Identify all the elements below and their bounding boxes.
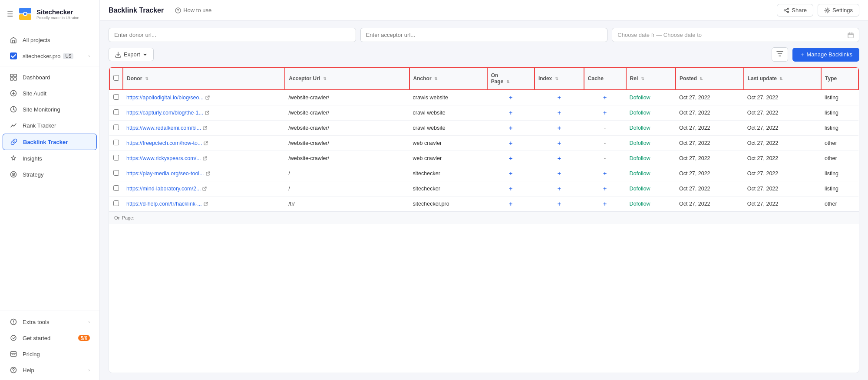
posted-cell: Oct 27, 2022 — [676, 90, 744, 105]
sidebar-item-site-audit[interactable]: Site Audit — [3, 85, 97, 101]
sidebar-item-insights[interactable]: Insights — [3, 151, 97, 166]
th-cache[interactable]: Cache — [584, 68, 626, 90]
main-content: Backlink Tracker How to use Share Settin… — [100, 0, 868, 380]
type-value: listing — [825, 186, 838, 192]
external-link-icon[interactable] — [202, 187, 207, 191]
anchor-text: sitechecker — [413, 186, 440, 192]
sidebar-item-pricing[interactable]: Pricing — [3, 346, 97, 362]
cache-cell: + — [584, 196, 626, 211]
sidebar-item-label: Pricing — [23, 351, 40, 357]
type-value: other — [825, 155, 837, 161]
on-page-value: + — [509, 109, 512, 116]
on-page-cell: + — [487, 120, 535, 135]
on-page-cell: + — [487, 105, 535, 120]
row-checkbox-cell — [109, 120, 123, 135]
cache-cell: + — [584, 181, 626, 196]
select-all-checkbox[interactable] — [113, 75, 119, 81]
row-checkbox[interactable] — [113, 185, 119, 191]
svg-rect-26 — [848, 33, 853, 38]
how-to-use-label: How to use — [183, 7, 211, 13]
index-cell: + — [535, 166, 584, 181]
sidebar-item-site-monitoring[interactable]: Site Monitoring — [3, 102, 97, 117]
th-anchor[interactable]: Anchor ⇅ — [409, 68, 487, 90]
sidebar-item-all-projects[interactable]: All projects — [3, 32, 97, 48]
donor-url: https://play-media.org/seo-tool... — [126, 170, 204, 177]
sidebar-item-label: Site Monitoring — [23, 106, 60, 113]
check-icon — [10, 52, 17, 59]
acceptor-cell: / — [285, 181, 409, 196]
svg-point-19 — [13, 371, 13, 372]
th-rel[interactable]: Rel ⇅ — [626, 68, 676, 90]
sidebar-item-strategy[interactable]: Strategy — [3, 167, 97, 182]
sidebar-item-rank-tracker[interactable]: Rank Tracker — [3, 118, 97, 133]
row-checkbox[interactable] — [113, 140, 119, 145]
row-checkbox-cell — [109, 90, 123, 105]
dropdown-arrow-icon — [143, 52, 147, 57]
row-checkbox[interactable] — [113, 94, 119, 100]
sidebar-item-sitechecker-pro[interactable]: sitechecker.pro US › — [3, 48, 97, 64]
external-link-icon[interactable] — [205, 111, 209, 115]
get-started-icon — [10, 334, 17, 341]
row-checkbox[interactable] — [113, 200, 119, 206]
anchor-cell: crawl website — [409, 105, 487, 120]
donor-cell: https://www.redalkemi.com/bl... — [123, 120, 285, 135]
pricing-icon — [10, 351, 17, 357]
manage-backlinks-button[interactable]: ＋ Manage Backlinks — [792, 48, 859, 62]
external-link-icon[interactable] — [206, 171, 210, 176]
type-cell: other — [821, 196, 858, 211]
select-all-header — [109, 68, 123, 90]
type-value: other — [825, 140, 837, 146]
acceptor-url: /website-crawler/ — [288, 140, 329, 146]
external-link-icon[interactable] — [203, 126, 207, 130]
how-to-use-button[interactable]: How to use — [171, 5, 216, 15]
rel-value: Dofollow — [630, 125, 650, 131]
sidebar-item-label: Backlink Tracker — [23, 139, 68, 145]
cache-value: + — [603, 185, 607, 192]
sidebar-item-extra-tools[interactable]: Extra tools › — [3, 314, 97, 330]
external-link-icon[interactable] — [203, 156, 207, 161]
donor-url-input[interactable] — [109, 28, 356, 42]
content-area: Choose date fr — Choose date to Export ＋… — [100, 21, 868, 380]
external-link-icon[interactable] — [205, 95, 210, 100]
sort-icon: ⇅ — [434, 77, 438, 81]
row-checkbox[interactable] — [113, 155, 119, 161]
row-checkbox[interactable] — [113, 109, 119, 115]
toolbar-row: Export ＋ Manage Backlinks — [109, 47, 859, 62]
cache-cell: - — [584, 135, 626, 151]
filter-button[interactable] — [772, 47, 788, 62]
th-donor[interactable]: Donor ⇅ — [123, 68, 285, 90]
index-value: + — [558, 155, 561, 162]
last-update-date: Oct 27, 2022 — [747, 125, 779, 131]
sidebar-item-label: All projects — [23, 37, 50, 43]
table-row: https://play-media.org/seo-tool... / sit… — [109, 166, 858, 181]
th-posted[interactable]: Posted ⇅ — [676, 68, 744, 90]
index-value: + — [558, 94, 561, 101]
th-on-page[interactable]: OnPage ⇅ — [487, 68, 535, 90]
share-button[interactable]: Share — [777, 4, 813, 16]
hamburger-icon[interactable]: ☰ — [7, 10, 13, 18]
posted-cell: Oct 27, 2022 — [676, 135, 744, 151]
acceptor-url: /website-crawler/ — [288, 155, 329, 161]
acceptor-url: / — [288, 170, 290, 177]
acceptor-url-input[interactable] — [360, 28, 608, 42]
sidebar-item-dashboard[interactable]: Dashboard — [3, 69, 97, 85]
external-link-icon[interactable] — [204, 202, 208, 206]
posted-cell: Oct 27, 2022 — [676, 166, 744, 181]
date-placeholder: Choose date fr — Choose date to — [617, 32, 702, 38]
sidebar-item-help[interactable]: Help › — [3, 362, 97, 378]
insights-icon — [10, 155, 17, 162]
on-page-cell: + — [487, 135, 535, 151]
date-range-filter[interactable]: Choose date fr — Choose date to — [612, 28, 859, 42]
th-last-update[interactable]: Last update ⇅ — [744, 68, 821, 90]
export-button[interactable]: Export — [109, 48, 154, 61]
donor-cell: https://play-media.org/seo-tool... — [123, 166, 285, 181]
external-link-icon[interactable] — [204, 141, 208, 145]
th-acceptor[interactable]: Acceptor Url ⇅ — [285, 68, 409, 90]
sidebar-item-backlink-tracker[interactable]: Backlink Tracker — [3, 134, 97, 150]
th-index[interactable]: Index ⇅ — [535, 68, 584, 90]
th-type[interactable]: Type — [821, 68, 858, 90]
settings-button[interactable]: Settings — [818, 4, 859, 16]
row-checkbox[interactable] — [113, 170, 119, 176]
sidebar-item-get-started[interactable]: Get started 5/6 — [3, 330, 97, 346]
row-checkbox[interactable] — [113, 124, 119, 130]
